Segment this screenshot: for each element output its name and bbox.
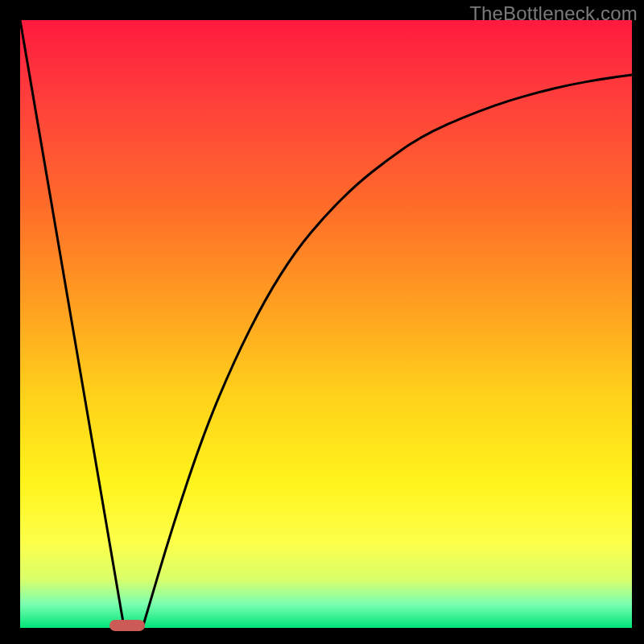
watermark-text: TheBottleneck.com [469,2,638,25]
curve-path [20,20,632,628]
bottleneck-curve [20,20,632,628]
chart-plot-area [20,20,632,628]
optimum-marker [109,620,145,631]
chart-frame: TheBottleneck.com [0,0,644,644]
